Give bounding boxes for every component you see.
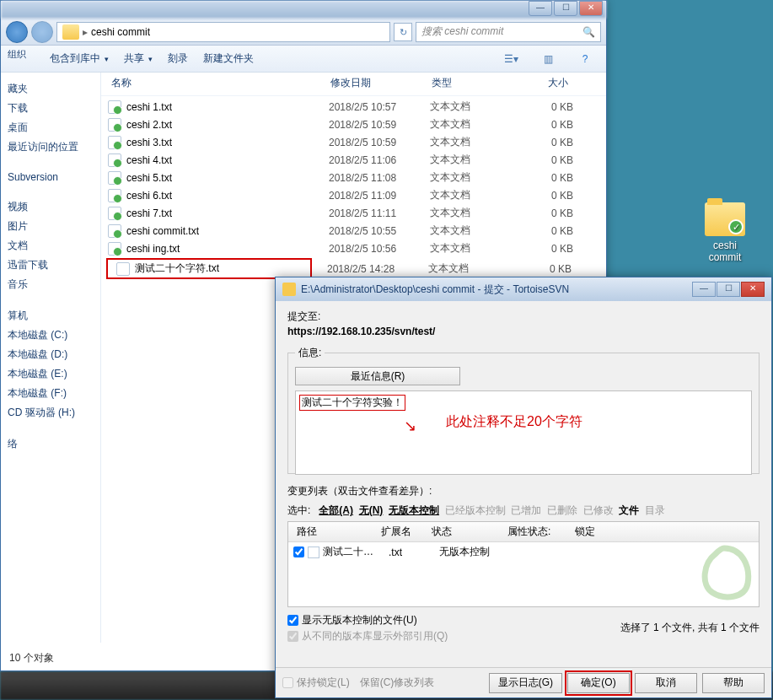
selection-info: 选择了 1 个文件, 共有 1 个文件 <box>620 621 760 635</box>
file-row[interactable]: ceshi 4.txt2018/2/5 11:06文本文档0 KB <box>101 151 606 169</box>
file-row[interactable]: ceshi 5.txt2018/2/5 11:08文本文档0 KB <box>101 169 606 186</box>
file-row[interactable]: ceshi 7.txt2018/2/5 11:11文本文档0 KB <box>101 204 606 222</box>
sidebar-item[interactable]: 桌面 <box>6 118 95 137</box>
sidebar-item[interactable]: CD 驱动器 (H:) <box>6 403 95 423</box>
close-button[interactable]: ✕ <box>579 1 603 16</box>
desktop-folder-ceshi-commit[interactable]: ceshi commit <box>695 202 754 263</box>
file-name: ceshi 1.txt <box>126 101 329 113</box>
sidebar-item[interactable]: 本地磁盘 (F:) <box>6 384 95 403</box>
close-button[interactable]: ✕ <box>741 282 765 297</box>
filelist-header[interactable]: 路径 扩展名 状态 属性状态: 锁定 <box>288 522 759 542</box>
annotation-arrow-icon: ↘ <box>404 417 416 435</box>
filter-none[interactable]: 无(N) <box>359 504 384 516</box>
message-fieldset: 信息: 最近信息(R) 测试二十个字符实验！ ↘ 此处注释不足20个字符 <box>287 346 760 474</box>
col-date[interactable]: 修改日期 <box>327 76 428 90</box>
filelist-row[interactable]: 测试二十… .txt 无版本控制 <box>288 542 759 562</box>
file-row[interactable]: ceshi 6.txt2018/2/5 11:09文本文档0 KB <box>101 186 606 204</box>
file-date: 2018/2/5 10:57 <box>329 101 430 113</box>
tortoisesvn-logo-icon <box>695 542 754 601</box>
file-row[interactable]: 测试二十个字符.txt <box>110 260 309 277</box>
flcol-path[interactable]: 路径 <box>293 525 378 539</box>
svn-dialog-footer: 保持锁定(L) 保留(C)修改列表 显示日志(G) 确定(O) 取消 帮助 <box>276 667 771 697</box>
file-row[interactable]: ceshi ing.txt2018/2/5 10:56文本文档0 KB <box>101 240 606 257</box>
flcol-prop[interactable]: 属性状态: <box>504 525 572 539</box>
col-type[interactable]: 类型 <box>428 76 521 90</box>
refresh-button[interactable]: ↻ <box>394 23 412 41</box>
file-status: 无版本控制 <box>439 545 515 559</box>
sidebar-item[interactable]: 藏夹 <box>6 79 95 99</box>
filter-unversioned[interactable]: 无版本控制 <box>389 504 439 516</box>
minimize-button[interactable]: — <box>529 1 552 16</box>
filter-deleted: 已删除 <box>547 504 577 516</box>
forward-button[interactable] <box>31 21 53 43</box>
explorer-sidebar: 藏夹下载桌面最近访问的位置 Subversion 视频图片文档迅雷下载音乐 算机… <box>1 73 100 643</box>
sidebar-item[interactable]: Subversion <box>6 169 95 186</box>
file-row-meta: 2018/2/5 14:28文本文档0 KB <box>320 260 606 277</box>
filter-all[interactable]: 全部(A) <box>319 504 353 516</box>
file-type: 文本文档 <box>430 153 523 167</box>
maximize-button[interactable]: ☐ <box>717 282 740 297</box>
burn-button[interactable]: 刻录 <box>168 51 188 66</box>
sidebar-item[interactable]: 音乐 <box>6 275 95 294</box>
sidebar-item[interactable]: 本地磁盘 (C:) <box>6 326 95 345</box>
search-input[interactable]: 搜索 ceshi commit 🔍 <box>416 22 601 42</box>
sidebar-item[interactable]: 最近访问的位置 <box>6 137 95 157</box>
flcol-ext[interactable]: 扩展名 <box>378 525 428 539</box>
new-folder-button[interactable]: 新建文件夹 <box>203 51 254 66</box>
ok-button[interactable]: 确定(O) <box>567 673 630 693</box>
help-button[interactable]: ? <box>574 50 596 68</box>
file-row[interactable]: ceshi 2.txt2018/2/5 10:59文本文档0 KB <box>101 116 606 133</box>
file-date: 2018/2/5 10:59 <box>329 137 430 148</box>
sidebar-item[interactable]: 文档 <box>6 236 95 256</box>
text-file-icon <box>308 547 319 558</box>
col-size[interactable]: 大小 <box>521 76 572 90</box>
view-options-button[interactable]: ☰▾ <box>500 50 522 68</box>
sidebar-item[interactable]: 络 <box>6 434 95 454</box>
breadcrumb-current: ceshi commit <box>91 26 150 38</box>
recent-messages-button[interactable]: 最近信息(R) <box>295 367 460 385</box>
preview-pane-button[interactable]: ▥ <box>537 50 559 68</box>
sidebar-item[interactable]: 本地磁盘 (D:) <box>6 345 95 364</box>
sidebar-item[interactable]: 视频 <box>6 197 95 217</box>
col-name[interactable]: 名称 <box>108 76 327 90</box>
cancel-button[interactable]: 取消 <box>635 673 697 693</box>
file-name: ceshi 6.txt <box>126 190 329 202</box>
sidebar-item[interactable]: 图片 <box>6 217 95 236</box>
column-headers[interactable]: 名称 修改日期 类型 大小 <box>101 73 606 96</box>
file-date: 2018/2/5 11:06 <box>329 154 430 166</box>
change-file-list[interactable]: 路径 扩展名 状态 属性状态: 锁定 测试二十… .txt 无版本控制 <box>287 521 760 607</box>
flcol-status[interactable]: 状态 <box>428 525 504 539</box>
include-in-library-button[interactable]: 包含到库中 <box>50 51 109 66</box>
share-button[interactable]: 共享 <box>124 51 153 66</box>
flcol-lock[interactable]: 锁定 <box>572 525 614 539</box>
sidebar-item[interactable]: 下载 <box>6 99 95 118</box>
maximize-button[interactable]: ☐ <box>554 1 577 16</box>
file-date: 2018/2/5 11:08 <box>329 172 430 184</box>
file-name: 测试二十个字符.txt <box>135 261 302 276</box>
minimize-button[interactable]: — <box>692 282 716 297</box>
file-row[interactable]: ceshi 3.txt2018/2/5 10:59文本文档0 KB <box>101 133 606 151</box>
sidebar-item[interactable]: 本地磁盘 (E:) <box>6 364 95 384</box>
file-row[interactable]: ceshi 1.txt2018/2/5 10:57文本文档0 KB <box>101 98 606 116</box>
file-row[interactable]: ceshi commit.txt2018/2/5 10:55文本文档0 KB <box>101 222 606 240</box>
file-name: ceshi 3.txt <box>126 137 329 148</box>
sidebar-item[interactable]: 迅雷下载 <box>6 256 95 275</box>
keep-lock-checkbox[interactable]: 保持锁定(L) <box>282 676 350 690</box>
show-log-button[interactable]: 显示日志(G) <box>489 673 562 693</box>
sidebar-item[interactable]: 算机 <box>6 306 95 326</box>
filter-files[interactable]: 文件 <box>619 504 639 516</box>
svn-titlebar[interactable]: E:\Administrator\Desktop\ceshi commit - … <box>276 277 771 301</box>
address-bar[interactable]: ▸ ceshi commit <box>56 22 390 42</box>
file-checkbox[interactable] <box>293 547 304 557</box>
help-button[interactable]: 帮助 <box>702 673 765 693</box>
back-button[interactable] <box>6 21 28 43</box>
file-name: ceshi 7.txt <box>126 207 329 219</box>
search-placeholder: 搜索 ceshi commit <box>421 24 503 39</box>
window-controls: — ☐ ✕ <box>529 1 603 16</box>
file-date: 2018/2/5 11:11 <box>329 207 430 219</box>
file-icon <box>108 100 121 114</box>
svn-commit-dialog: E:\Administrator\Desktop\ceshi commit - … <box>275 277 772 698</box>
commit-message-input[interactable]: 测试二十个字符实验！ ↘ 此处注释不足20个字符 <box>295 390 752 475</box>
explorer-titlebar[interactable] <box>1 1 606 19</box>
organize-button[interactable]: 组织 <box>8 48 26 61</box>
